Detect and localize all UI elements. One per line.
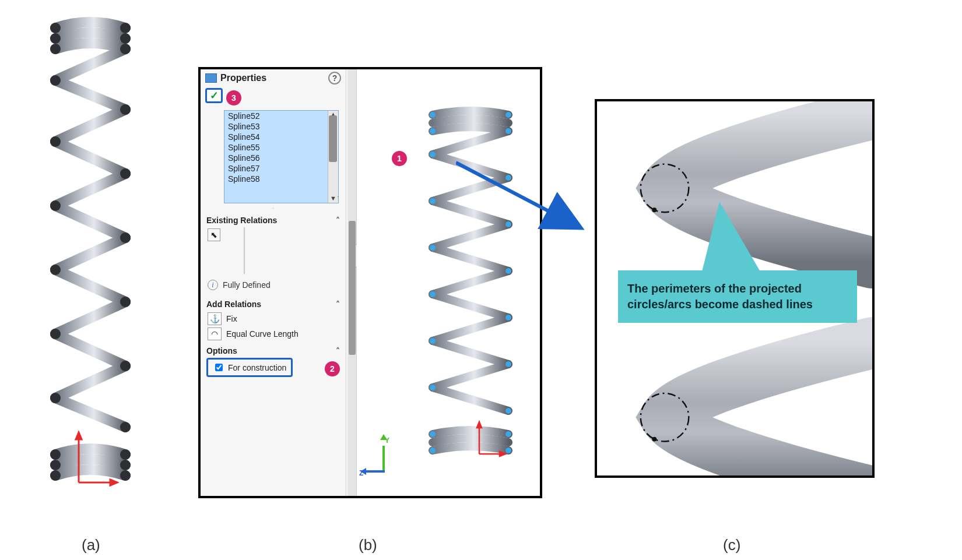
svg-point-38 xyxy=(430,291,436,297)
caption-b: (b) xyxy=(359,536,377,554)
caption-a: (a) xyxy=(82,536,100,554)
callout-2: 2 xyxy=(325,361,340,376)
svg-point-37 xyxy=(505,268,511,274)
svg-point-22 xyxy=(50,470,61,481)
svg-point-31 xyxy=(505,128,511,134)
view-triad: Y Z xyxy=(363,438,403,478)
panel-b: Properties ? ✓ 3 Spline52 Spline53 Splin… xyxy=(198,67,542,498)
svg-point-33 xyxy=(505,175,511,181)
selection-listbox[interactable]: Spline52 Spline53 Spline54 Spline55 Spli… xyxy=(224,110,339,203)
chevron-down-icon[interactable]: ˅ xyxy=(337,196,339,203)
list-item[interactable]: Spline53 xyxy=(224,121,338,132)
model-viewport[interactable]: 1 xyxy=(357,69,540,496)
svg-point-15 xyxy=(120,361,131,371)
svg-point-35 xyxy=(505,221,511,227)
list-item[interactable]: Spline58 xyxy=(224,174,338,184)
scrollbar-thumb[interactable] xyxy=(329,115,337,162)
help-icon[interactable]: ? xyxy=(328,72,341,84)
svg-point-44 xyxy=(430,431,436,437)
status-text: Fully Defined xyxy=(223,280,271,290)
svg-point-40 xyxy=(430,338,436,344)
add-relations-header[interactable]: Add Relations ˄ xyxy=(201,295,346,311)
spring-illustration-a xyxy=(44,16,137,494)
options-body: For construction 2 xyxy=(201,358,346,381)
svg-point-3 xyxy=(120,33,131,44)
properties-pane: Properties ? ✓ 3 Spline52 Spline53 Splin… xyxy=(201,69,346,496)
checkmark-icon: ✓ xyxy=(210,89,219,102)
svg-point-0 xyxy=(50,23,61,33)
svg-point-4 xyxy=(50,44,61,54)
list-item[interactable]: Spline54 xyxy=(224,132,338,142)
svg-point-47 xyxy=(505,448,511,453)
status-row: i Fully Defined xyxy=(201,277,346,295)
svg-point-21 xyxy=(120,460,131,470)
relation-equal-curve-length[interactable]: ◠ Equal Curve Length xyxy=(201,326,346,341)
svg-point-20 xyxy=(50,460,61,470)
pane-scrollbar[interactable] xyxy=(347,69,357,496)
spring-illustration-b xyxy=(421,104,520,466)
list-item[interactable]: Spline56 xyxy=(224,153,338,163)
properties-icon xyxy=(205,73,217,83)
svg-point-7 xyxy=(120,104,131,115)
svg-point-29 xyxy=(505,112,511,118)
options-header[interactable]: Options ˄ xyxy=(201,341,346,358)
svg-point-46 xyxy=(430,448,436,453)
caption-c: (c) xyxy=(723,536,740,554)
svg-marker-27 xyxy=(110,480,117,485)
list-item[interactable]: Spline52 xyxy=(224,111,338,121)
svg-point-42 xyxy=(430,385,436,390)
svg-point-19 xyxy=(120,449,131,460)
callout-1: 1 xyxy=(392,151,407,166)
resize-grip-icon[interactable]: ◦ xyxy=(201,206,346,211)
properties-title: Properties xyxy=(220,73,266,83)
listbox-scrollbar[interactable]: ▲ ▼ xyxy=(328,111,338,203)
svg-point-56 xyxy=(652,437,656,442)
list-item[interactable]: Spline55 xyxy=(224,142,338,153)
for-construction-checkbox[interactable] xyxy=(215,364,223,371)
anchor-icon: ⚓ xyxy=(208,312,222,325)
svg-point-12 xyxy=(50,265,61,275)
figure-canvas: Properties ? ✓ 3 Spline52 Spline53 Splin… xyxy=(12,12,962,560)
list-item[interactable]: Spline57 xyxy=(224,163,338,174)
svg-point-8 xyxy=(50,136,61,147)
svg-point-10 xyxy=(50,200,61,211)
svg-point-34 xyxy=(430,198,436,204)
callout-pointer xyxy=(702,202,760,272)
scrollbar-thumb[interactable] xyxy=(349,221,356,355)
svg-marker-25 xyxy=(76,432,82,439)
callout-3: 3 xyxy=(226,90,241,105)
chevron-up-icon: ˄ xyxy=(336,300,340,309)
panel-c: The perimeters of the projected circles/… xyxy=(595,99,875,478)
chevron-up-icon: ˄ xyxy=(336,346,340,355)
svg-point-14 xyxy=(50,329,61,339)
svg-point-11 xyxy=(120,233,131,243)
callout-box: The perimeters of the projected circles/… xyxy=(618,270,857,323)
confirm-row: ✓ 3 xyxy=(201,87,346,107)
svg-point-9 xyxy=(120,168,131,179)
chevron-up-icon[interactable]: ˄ xyxy=(337,110,339,117)
properties-header: Properties ? xyxy=(201,69,346,87)
callout-text: The perimeters of the projected circles/… xyxy=(627,282,813,311)
ok-button[interactable]: ✓ xyxy=(205,88,223,103)
svg-point-32 xyxy=(430,152,436,157)
svg-point-6 xyxy=(50,75,61,86)
svg-point-16 xyxy=(50,393,61,403)
relation-fix[interactable]: ⚓ Fix xyxy=(201,311,346,326)
info-icon: i xyxy=(208,280,218,290)
svg-marker-49 xyxy=(477,422,482,428)
svg-point-39 xyxy=(505,315,511,320)
existing-relations-header[interactable]: Existing Relations ˄ xyxy=(201,211,346,227)
panel-a xyxy=(44,16,137,494)
svg-point-18 xyxy=(50,449,61,460)
svg-point-45 xyxy=(505,431,511,437)
svg-point-2 xyxy=(50,33,61,44)
chevron-down-icon[interactable]: ▼ xyxy=(330,195,336,202)
existing-relations-listbox[interactable] xyxy=(244,227,245,274)
add-relations-list: ⚓ Fix ◠ Equal Curve Length xyxy=(201,311,346,341)
svg-point-30 xyxy=(430,128,436,134)
for-construction-option[interactable]: For construction xyxy=(206,358,293,377)
svg-point-41 xyxy=(505,361,511,367)
svg-point-13 xyxy=(120,297,131,307)
relations-icon: ⬉ xyxy=(208,228,220,241)
chevron-up-icon: ˄ xyxy=(336,216,340,225)
